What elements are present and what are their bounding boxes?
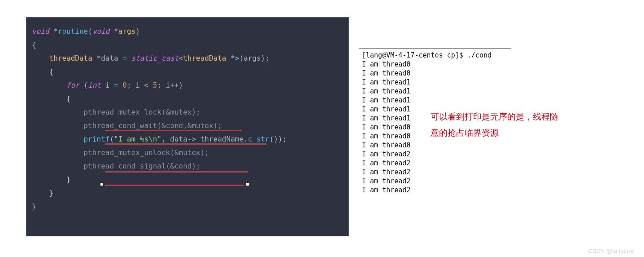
code-line-8: pthread_mutex_lock(&mutex); (32, 106, 343, 119)
code-editor: void *routine(void *args) { threadData *… (26, 17, 349, 236)
code-line-3: threadData *data = static_cast<threadDat… (32, 52, 343, 65)
code-line-2: { (32, 38, 343, 52)
function-name: routine (58, 27, 88, 35)
strikethrough-annotation (105, 185, 244, 186)
terminal-line: I am thread1 (362, 78, 508, 87)
code-line-11: pthread_mutex_unlock(&mutex); (32, 146, 343, 160)
terminal-line: I am thread1 (362, 96, 508, 105)
annotation-line-2: 意的抢占临界资源 (431, 125, 619, 141)
annotation-line-1: 可以看到打印是无序的是，线程随 (431, 109, 619, 125)
terminal-prompt: [lang@VM-4-17-centos cp]$ ./cond (362, 51, 508, 60)
code-line-4: { (32, 65, 343, 79)
code-line-7: { (32, 92, 343, 106)
code-line-1: void *routine(void *args) (32, 25, 343, 38)
strikethrough-annotation (105, 143, 266, 145)
strikethrough-annotation (105, 171, 248, 173)
code-line-6: for (int i = 0; i < 5; i++) (32, 79, 343, 92)
annotation-text: 可以看到打印是无序的是，线程随 意的抢占临界资源 (431, 109, 619, 141)
watermark: CSDN @to future_ (588, 248, 637, 254)
terminal-line: I am thread0 (362, 60, 508, 69)
selection-handle-dot (246, 183, 249, 186)
terminal-line: I am thread0 (362, 69, 508, 78)
terminal-line: I am thread2 (362, 186, 508, 195)
strikethrough-annotation (105, 130, 242, 131)
code-line-15: } (32, 200, 343, 213)
terminal-line: I am thread2 (362, 150, 508, 159)
selection-handle-dot (100, 183, 103, 186)
terminal-line: I am thread2 (362, 168, 508, 177)
keyword-void: void (32, 27, 49, 35)
code-line-14: } (32, 186, 343, 200)
terminal-line: I am thread0 (362, 141, 508, 150)
terminal-line: I am thread1 (362, 87, 508, 96)
terminal-line: I am thread2 (362, 177, 508, 186)
terminal-line: I am thread2 (362, 159, 508, 168)
